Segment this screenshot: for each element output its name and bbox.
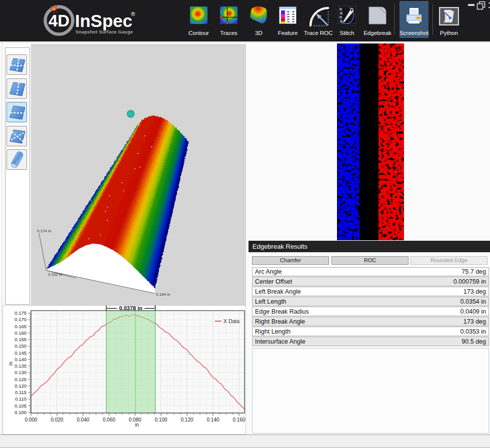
svg-text:0.105: 0.105 bbox=[14, 403, 26, 409]
svg-text:0.110: 0.110 bbox=[15, 396, 26, 402]
svg-text:in: in bbox=[135, 422, 139, 428]
svg-text:0.120: 0.120 bbox=[14, 383, 26, 389]
svg-text:0.165: 0.165 bbox=[14, 324, 26, 329]
svg-text:0.160: 0.160 bbox=[14, 330, 26, 336]
svg-text:0.140: 0.140 bbox=[14, 357, 26, 362]
svg-text:0.0378 in: 0.0378 in bbox=[119, 305, 142, 311]
svg-text:0.125: 0.125 bbox=[14, 377, 26, 382]
svg-text:InSpec: InSpec bbox=[75, 11, 132, 30]
svg-text:Snapshot Surface Gauge: Snapshot Surface Gauge bbox=[76, 29, 133, 34]
svg-text:0.102 in: 0.102 in bbox=[48, 272, 62, 277]
svg-text:0.130: 0.130 bbox=[14, 370, 26, 375]
svg-text:in: in bbox=[8, 362, 14, 366]
svg-text:0.135: 0.135 bbox=[14, 363, 26, 369]
svg-text:0.120: 0.120 bbox=[180, 417, 193, 423]
svg-text:X Data: X Data bbox=[224, 318, 240, 324]
svg-text:0.174 in: 0.174 in bbox=[37, 229, 51, 233]
svg-text:0.100: 0.100 bbox=[154, 417, 167, 423]
svg-text:0.145: 0.145 bbox=[14, 350, 26, 356]
svg-text:0.040: 0.040 bbox=[76, 417, 89, 423]
svg-text:0.000: 0.000 bbox=[24, 417, 37, 423]
svg-text:0.175: 0.175 bbox=[14, 310, 26, 316]
svg-text:0.060: 0.060 bbox=[102, 417, 115, 423]
svg-text:0.020: 0.020 bbox=[50, 417, 63, 423]
svg-text:4D: 4D bbox=[48, 11, 70, 30]
svg-text:0.150: 0.150 bbox=[14, 343, 26, 349]
svg-text:®: ® bbox=[131, 11, 135, 17]
svg-text:0.155: 0.155 bbox=[14, 337, 26, 342]
svg-text:0.160: 0.160 bbox=[232, 417, 245, 423]
svg-text:0.164 in: 0.164 in bbox=[156, 292, 170, 297]
svg-text:0.115: 0.115 bbox=[15, 390, 26, 395]
svg-text:0.100: 0.100 bbox=[14, 410, 26, 415]
svg-text:0.140: 0.140 bbox=[206, 417, 219, 423]
svg-text:0.170: 0.170 bbox=[14, 317, 26, 322]
